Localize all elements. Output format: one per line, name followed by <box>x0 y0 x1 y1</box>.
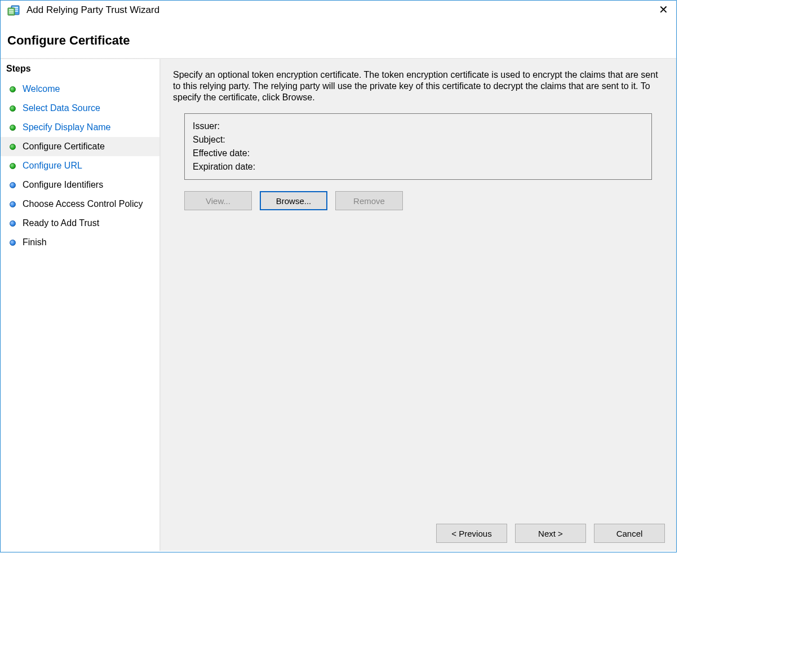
content-area: Steps WelcomeSelect Data SourceSpecify D… <box>1 59 676 551</box>
step-bullet-icon <box>10 144 16 150</box>
step-label: Welcome <box>23 83 60 95</box>
steps-list: WelcomeSelect Data SourceSpecify Display… <box>1 79 159 252</box>
step-bullet-icon <box>10 105 16 112</box>
steps-heading: Steps <box>1 59 159 79</box>
step-bullet-icon <box>10 182 16 188</box>
step-bullet-icon <box>10 125 16 131</box>
page-heading: Configure Certificate <box>1 22 676 58</box>
step-label: Select Data Source <box>23 103 100 114</box>
next-button[interactable]: Next > <box>515 524 586 543</box>
remove-button: Remove <box>335 191 403 210</box>
previous-button[interactable]: < Previous <box>436 524 507 543</box>
cancel-button[interactable]: Cancel <box>594 524 665 543</box>
expiration-date-label: Expiration date: <box>193 162 255 171</box>
step-item[interactable]: Specify Display Name <box>1 118 159 137</box>
step-item[interactable]: Welcome <box>1 79 159 99</box>
browse-button[interactable]: Browse... <box>260 191 327 210</box>
view-button: View... <box>184 191 252 210</box>
step-label: Finish <box>23 237 47 248</box>
wizard-icon <box>7 4 21 16</box>
subject-label: Subject: <box>193 135 225 144</box>
step-bullet-icon <box>10 163 16 169</box>
steps-sidebar: Steps WelcomeSelect Data SourceSpecify D… <box>1 59 161 551</box>
step-label: Specify Display Name <box>23 122 111 133</box>
titlebar: Add Relying Party Trust Wizard ✕ <box>1 1 676 22</box>
step-item: Configure Certificate <box>1 137 159 156</box>
effective-date-row: Effective date: <box>193 147 644 160</box>
svg-rect-5 <box>9 9 14 10</box>
issuer-row: Issuer: <box>193 120 644 133</box>
step-label: Configure Certificate <box>23 141 105 152</box>
step-bullet-icon <box>10 86 16 92</box>
step-bullet-icon <box>10 240 16 246</box>
subject-row: Subject: <box>193 133 644 147</box>
step-label: Configure URL <box>23 160 82 171</box>
step-label: Choose Access Control Policy <box>23 198 143 210</box>
effective-date-label: Effective date: <box>193 148 250 158</box>
expiration-date-row: Expiration date: <box>193 160 644 174</box>
svg-rect-6 <box>9 11 14 12</box>
close-icon[interactable]: ✕ <box>659 4 668 15</box>
step-item: Configure Identifiers <box>1 175 159 194</box>
svg-rect-7 <box>9 12 14 14</box>
step-bullet-icon <box>10 201 16 207</box>
step-item: Choose Access Control Policy <box>1 194 159 214</box>
step-item[interactable]: Select Data Source <box>1 99 159 118</box>
step-item[interactable]: Configure URL <box>1 156 159 175</box>
main-panel: Specify an optional token encryption cer… <box>161 59 676 551</box>
instruction-text: Specify an optional token encryption cer… <box>173 69 663 103</box>
window-title: Add Relying Party Trust Wizard <box>26 5 159 16</box>
issuer-label: Issuer: <box>193 121 220 131</box>
step-label: Ready to Add Trust <box>23 218 99 229</box>
step-item: Finish <box>1 233 159 252</box>
wizard-nav-buttons: < Previous Next > Cancel <box>436 524 665 543</box>
certificate-details-box: Issuer: Subject: Effective date: Expirat… <box>184 113 652 180</box>
step-bullet-icon <box>10 220 16 227</box>
step-label: Configure Identifiers <box>23 179 103 191</box>
step-item: Ready to Add Trust <box>1 214 159 233</box>
certificate-buttons: View... Browse... Remove <box>184 191 664 210</box>
